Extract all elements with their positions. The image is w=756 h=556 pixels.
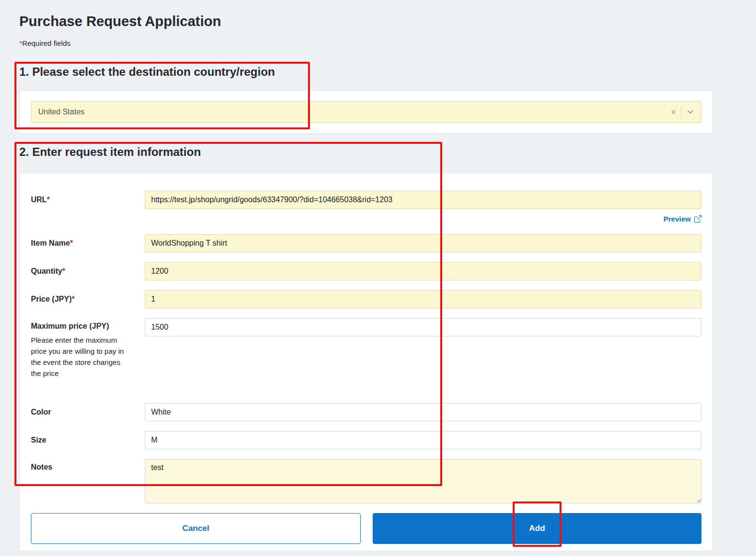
item-name-label: Item Name*: [31, 239, 145, 248]
required-asterisk: *: [47, 195, 50, 204]
price-label: Price (JPY)*: [31, 295, 145, 304]
required-fields-note: *Required fields: [19, 39, 713, 47]
size-input[interactable]: [145, 431, 701, 449]
size-label: Size: [31, 436, 145, 445]
quantity-label: Quantity*: [31, 267, 145, 276]
url-input[interactable]: [145, 191, 701, 209]
chevron-down-icon[interactable]: [686, 108, 694, 116]
required-fields-text: Required fields: [22, 39, 70, 47]
form-row-size: Size: [31, 431, 701, 449]
color-label: Color: [31, 408, 145, 417]
max-price-label: Maximum price (JPY) Please enter the max…: [31, 318, 145, 379]
form-row-quantity: Quantity*: [31, 262, 701, 280]
max-price-helper-text: Please enter the maximum price you are w…: [31, 334, 132, 379]
page-content: Purchase Request Application *Required f…: [19, 0, 713, 551]
cancel-button[interactable]: Cancel: [31, 513, 361, 544]
page-title: Purchase Request Application: [19, 14, 713, 29]
purchase-request-page: { "page": { "title": "Purchase Request A…: [0, 0, 756, 556]
notes-label: Notes: [31, 459, 145, 472]
preview-row: Preview: [31, 213, 701, 224]
quantity-input[interactable]: [145, 262, 701, 280]
price-input[interactable]: [145, 290, 701, 308]
required-asterisk: *: [71, 295, 74, 303]
form-row-price: Price (JPY)*: [31, 290, 701, 308]
preview-link[interactable]: Preview: [663, 215, 701, 223]
country-select-value: United States: [38, 108, 84, 116]
item-name-input[interactable]: [145, 234, 701, 252]
form-row-item-name: Item Name*: [31, 234, 701, 252]
clear-icon[interactable]: ×: [671, 107, 676, 117]
select-separator: [681, 106, 682, 118]
section1-heading: 1. Please select the destination country…: [19, 65, 713, 79]
select-controls: ×: [671, 106, 694, 118]
country-select[interactable]: United States ×: [31, 101, 701, 123]
add-button[interactable]: Add: [373, 513, 701, 544]
url-label: URL*: [31, 195, 145, 204]
preview-label: Preview: [663, 215, 691, 223]
country-select-card: United States ×: [19, 90, 713, 134]
form-actions: Cancel Add: [31, 513, 701, 544]
form-row-notes: Notes test: [31, 459, 701, 503]
form-row-color: Color: [31, 403, 701, 421]
item-form-card: URL* Preview Item Name* Quantity* Price …: [19, 173, 713, 551]
color-input[interactable]: [145, 403, 701, 421]
external-link-icon: [694, 215, 701, 222]
form-row-url: URL*: [31, 191, 701, 209]
form-row-max-price: Maximum price (JPY) Please enter the max…: [31, 318, 701, 379]
notes-textarea[interactable]: test: [145, 459, 701, 503]
section2-heading: 2. Enter request item information: [19, 145, 713, 159]
required-asterisk: *: [70, 239, 73, 247]
max-price-input[interactable]: [145, 318, 701, 336]
required-asterisk: *: [62, 267, 65, 275]
